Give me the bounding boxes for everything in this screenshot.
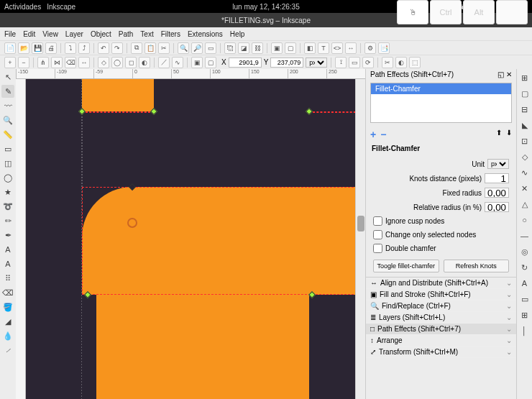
clone-button[interactable]: ◪	[238, 42, 249, 54]
open-button[interactable]: 📂	[18, 42, 29, 54]
align-button[interactable]: ↔	[345, 42, 357, 54]
toggle-fillet-button[interactable]: Toogle fillet-chamfer	[373, 260, 439, 272]
break-node-button[interactable]: ⋔	[37, 57, 49, 68]
lpe-list[interactable]: Fillet-Chamfer	[370, 83, 512, 123]
join-segment-button[interactable]: ↔	[78, 57, 90, 68]
ignore-cusps-checkbox[interactable]	[373, 216, 382, 226]
join-node-button[interactable]: ⋈	[51, 57, 63, 68]
cut-button[interactable]: ✂	[158, 42, 170, 54]
unlink-button[interactable]: ⛓	[252, 42, 263, 54]
rect-tool[interactable]: ▭	[1, 142, 14, 155]
clip-edit-button[interactable]: ✂	[382, 57, 393, 68]
ellipse-tool[interactable]: ◯	[1, 171, 14, 184]
export-button[interactable]: ⤴	[78, 42, 90, 54]
transform-handles-button[interactable]: ⬚	[409, 57, 421, 68]
menu-text[interactable]: Text	[140, 30, 153, 38]
spray-tool[interactable]: ⠿	[1, 272, 14, 285]
docked-dialog-row[interactable]: ⤢Transform (Shift+Ctrl+M)⌄	[366, 347, 516, 358]
node-delete-button[interactable]: −	[18, 57, 29, 68]
tweak-tool[interactable]: 〰	[1, 99, 14, 112]
snap-line-mid-button[interactable]: —	[518, 229, 531, 242]
zoom-selection-button[interactable]: 🔍	[178, 42, 189, 54]
docprops-button[interactable]: 📑	[378, 42, 390, 54]
menu-view[interactable]: View	[42, 30, 58, 38]
snap-cusp-button[interactable]: △	[518, 198, 531, 211]
gradient-tool[interactable]: ◢	[1, 315, 14, 328]
paste-button[interactable]: 📋	[145, 42, 156, 54]
only-selected-checkbox[interactable]	[373, 230, 382, 239]
relative-radius-input[interactable]	[485, 202, 509, 212]
canvas[interactable]	[26, 79, 355, 399]
text-props-button[interactable]: T	[318, 42, 329, 54]
ruler-horizontal[interactable]: -150 -109 -59 0 50 100 150 200 250	[16, 69, 365, 79]
x-coord-input[interactable]	[229, 58, 262, 68]
snap-node-button[interactable]: ◇	[518, 150, 531, 163]
snap-rotation-button[interactable]: ↻	[518, 261, 531, 274]
menu-file[interactable]: File	[4, 30, 16, 38]
zoom-page-button[interactable]: ▭	[205, 42, 216, 54]
add-lpe-button[interactable]: +	[370, 129, 376, 140]
snap-center-button[interactable]: ◎	[518, 245, 531, 258]
curve-segment-button[interactable]: ∿	[172, 57, 183, 68]
xml-button[interactable]: <>	[331, 42, 343, 54]
vertical-scrollbar[interactable]	[355, 79, 365, 399]
text-tool[interactable]: A	[1, 257, 14, 270]
snap-path-button[interactable]: ∿	[518, 166, 531, 179]
cusp-node-button[interactable]: ◇	[98, 57, 109, 68]
pencil-tool[interactable]: ✏	[1, 214, 14, 227]
menu-layer[interactable]: Layer	[65, 30, 83, 38]
selector-tool[interactable]: ↖	[1, 70, 14, 83]
lpe-down-button[interactable]: ⬇	[506, 129, 512, 140]
show-outline-button[interactable]: ▭	[349, 57, 360, 68]
node-tool[interactable]: ✎	[1, 85, 14, 98]
double-chamfer-checkbox[interactable]	[373, 244, 382, 253]
spiral-tool[interactable]: ➰	[1, 200, 14, 213]
eraser-tool[interactable]: ⌫	[1, 286, 14, 299]
snap-edge-button[interactable]: ⊟	[518, 103, 531, 116]
auto-node-button[interactable]: ◐	[139, 57, 150, 68]
save-button[interactable]: 💾	[32, 42, 43, 54]
fillet-radius-handle[interactable]	[127, 218, 137, 228]
snap-guide-button[interactable]: │	[518, 324, 531, 337]
group-button[interactable]: ▣	[271, 42, 283, 54]
node-insert-button[interactable]: +	[4, 57, 16, 68]
menu-filters[interactable]: Filters	[161, 30, 180, 38]
copy-button[interactable]: ⧉	[131, 42, 142, 54]
menu-extensions[interactable]: Extensions	[188, 30, 223, 38]
del-segment-button[interactable]: ⌫	[65, 57, 76, 68]
docked-dialog-row[interactable]: 🔍Find/Replace (Ctrl+F)⌄	[366, 301, 516, 312]
unit-select[interactable]: px	[306, 58, 327, 68]
menu-path[interactable]: Path	[119, 30, 134, 38]
y-coord-input[interactable]	[270, 58, 303, 68]
lpe-up-button[interactable]: ⬆	[496, 129, 502, 140]
refresh-knots-button[interactable]: Refresh Knots	[444, 260, 510, 272]
print-button[interactable]: 🖨	[45, 42, 57, 54]
measure-tool[interactable]: 📏	[1, 128, 14, 141]
menu-object[interactable]: Object	[91, 30, 111, 38]
next-pe-button[interactable]: ⟳	[362, 57, 374, 68]
ruler-vertical[interactable]	[16, 79, 26, 399]
snap-intersection-button[interactable]: ✕	[518, 182, 531, 195]
zoom-tool[interactable]: 🔍	[1, 114, 14, 127]
dropper-tool[interactable]: 💧	[1, 329, 14, 342]
stroke-to-path-button[interactable]: ▢	[205, 57, 216, 68]
line-segment-button[interactable]: ／	[158, 57, 170, 68]
app-indicator[interactable]: Inkscape	[47, 3, 75, 11]
star-tool[interactable]: ★	[1, 185, 14, 198]
docked-dialog-row[interactable]: ≣Layers (Shift+Ctrl+L)⌄	[366, 312, 516, 324]
new-doc-button[interactable]: 📄	[4, 42, 16, 54]
zoom-drawing-button[interactable]: 🔎	[191, 42, 203, 54]
calligraphy-tool[interactable]: A	[1, 243, 14, 256]
smooth-node-button[interactable]: ◯	[111, 57, 123, 68]
import-button[interactable]: ⤵	[65, 42, 76, 54]
show-handles-button[interactable]: ⟟	[335, 57, 347, 68]
activities-button[interactable]: Actividades	[4, 3, 41, 11]
docked-dialog-row[interactable]: ▣Fill and Stroke (Shift+Ctrl+F)⌄	[366, 289, 516, 301]
snap-page-button[interactable]: ▭	[518, 293, 531, 306]
pen-tool[interactable]: ✒	[1, 229, 14, 242]
docked-dialog-row[interactable]: ↔Align and Distribute (Shift+Ctrl+A)⌄	[366, 278, 516, 289]
snap-enable-button[interactable]: ⊞	[518, 71, 531, 84]
menu-help[interactable]: Help	[230, 30, 245, 38]
docked-dialog-row[interactable]: ↕Arrange⌄	[366, 335, 516, 347]
fixed-radius-input[interactable]	[485, 188, 509, 198]
